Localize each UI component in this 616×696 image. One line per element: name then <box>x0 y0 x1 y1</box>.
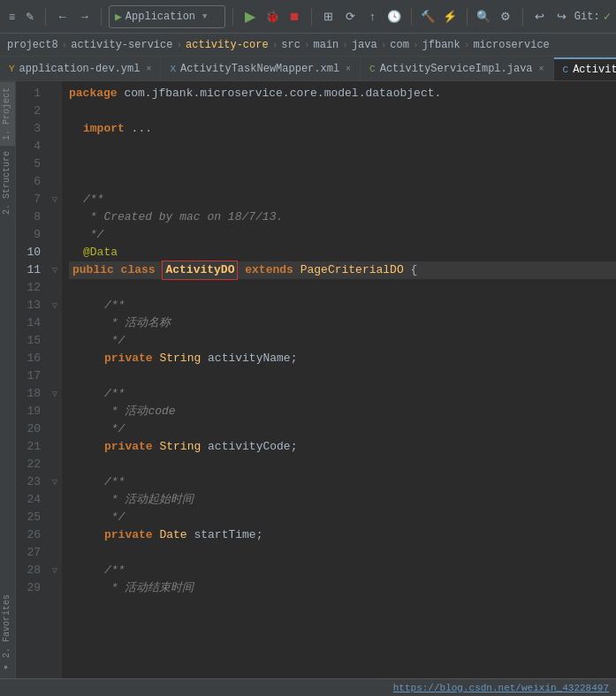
code-line-8: * Created by mac on 18/7/13. <box>69 208 616 226</box>
code-line-21: private String activityCode; <box>69 438 616 456</box>
back-btn[interactable]: ← <box>53 7 72 26</box>
breadcrumb-jfbank[interactable]: jfbank <box>422 39 460 51</box>
search-btn[interactable]: 🔍 <box>475 7 493 26</box>
fold-blank-29 <box>48 579 62 597</box>
fold-blank-9 <box>48 226 62 244</box>
redo-btn[interactable]: ↪ <box>552 7 571 26</box>
menu-file-btn[interactable]: ≡ <box>5 9 19 25</box>
xml-file-icon: X <box>170 64 176 74</box>
fold-blank-6 <box>48 173 62 191</box>
ln-22: 22 <box>16 456 41 473</box>
comment-cn-24: * 活动起始时间 <box>104 491 194 509</box>
ln-29: 29 <box>16 579 41 597</box>
breadcrumb-java[interactable]: java <box>352 39 377 51</box>
ln-10: 10 <box>16 244 41 261</box>
comment-25: */ <box>104 509 125 526</box>
tab-application-dev-yml[interactable]: Y application-dev.yml × <box>0 57 161 80</box>
kw-private-26: private <box>104 526 159 544</box>
breadcrumb-activity-core[interactable]: activity-core <box>186 39 269 51</box>
debug-button[interactable]: 🐞 <box>262 7 281 26</box>
forward-btn[interactable]: → <box>75 7 94 26</box>
ln-16: 16 <box>16 350 41 367</box>
tab-activity-task-mapper[interactable]: X ActivityTaskNewMapper.xml × <box>161 57 361 80</box>
tab-close-icon[interactable]: × <box>346 64 351 74</box>
history-btn[interactable]: 🕓 <box>385 7 404 26</box>
rebuild-btn[interactable]: ⚡ <box>441 7 460 26</box>
code-line-22 <box>69 456 616 473</box>
fold-comment-7[interactable]: ▽ <box>48 191 62 208</box>
update-btn[interactable]: ⟳ <box>341 7 360 26</box>
class-name-highlighted: ActivityDO <box>162 261 238 280</box>
tab-close-icon[interactable]: × <box>146 64 151 74</box>
ln-13: 13 <box>16 297 41 314</box>
breadcrumb-project[interactable]: project8 <box>7 39 58 51</box>
fold-blank-27 <box>48 544 62 562</box>
breadcrumb-main[interactable]: main <box>314 39 339 51</box>
fold-blank-14 <box>48 314 62 332</box>
comment-28: /** <box>104 562 125 579</box>
fold-comment-23[interactable]: ▽ <box>48 473 62 491</box>
stop-btn[interactable]: ⏹ <box>285 7 304 26</box>
run-button[interactable]: ▶ <box>240 7 259 26</box>
fold-blank-10 <box>48 244 62 261</box>
code-line-26: private Date startTime; <box>69 526 616 544</box>
breadcrumb-microservice[interactable]: microservice <box>473 39 549 51</box>
code-line-1: package com.jfbank.microservice.core.mod… <box>69 85 616 102</box>
fold-blank-19 <box>48 403 62 420</box>
kw-import: import <box>83 120 132 138</box>
fold-comment-28[interactable]: ▽ <box>48 562 62 579</box>
settings-btn[interactable]: ⚙ <box>497 7 515 26</box>
side-panel: 1. Project 2. Structure ★ 2. Favorites <box>0 81 16 678</box>
code-line-5 <box>69 155 616 173</box>
breadcrumb-activity-service[interactable]: activity-service <box>71 39 172 51</box>
fold-blank-24 <box>48 491 62 509</box>
java-file-icon-active: C <box>563 64 569 75</box>
breadcrumb-src[interactable]: src <box>281 39 300 51</box>
status-url[interactable]: https://blog.csdn.net/weixin_43228497 <box>393 683 609 693</box>
favorites-panel-label[interactable]: ★ 2. Favorites <box>0 589 15 678</box>
commit-btn[interactable]: ⊞ <box>319 7 338 26</box>
type-date-26: Date <box>159 526 194 544</box>
structure-panel-label[interactable]: 2. Structure <box>0 146 15 220</box>
undo-btn[interactable]: ↩ <box>530 7 549 26</box>
ln-12: 12 <box>16 279 41 297</box>
fold-class-11[interactable]: ▽ <box>48 261 62 279</box>
comment-23: /** <box>104 473 125 491</box>
fold-blank-3 <box>48 120 62 138</box>
project-panel-label[interactable]: 1. Project <box>0 81 15 146</box>
fold-comment-13[interactable]: ▽ <box>48 297 62 314</box>
fold-blank-22 <box>48 456 62 473</box>
ln-4: 4 <box>16 138 41 155</box>
push-btn[interactable]: ↑ <box>363 7 382 26</box>
code-line-27 <box>69 544 616 562</box>
annotation-data: @Data <box>83 244 118 261</box>
build-btn[interactable]: 🔨 <box>419 7 437 26</box>
app-dropdown[interactable]: ▶ Application ▼ <box>109 5 225 28</box>
fold-blank-17 <box>48 367 62 385</box>
ln-2: 2 <box>16 102 41 120</box>
breadcrumb-sep-3: › <box>272 40 278 50</box>
ln-24: 24 <box>16 491 41 509</box>
ln-20: 20 <box>16 420 41 438</box>
toolbar: ≡ ✎ ← → ▶ Application ▼ ▶ 🐞 ⏹ ⊞ ⟳ ↑ 🕓 🔨 … <box>0 0 616 34</box>
breadcrumb-sep-5: › <box>342 40 348 50</box>
tab-activity-service-impl[interactable]: C ActivityServiceImpl.java × <box>361 57 553 80</box>
code-line-6 <box>69 173 616 191</box>
tab-label: ActivityTaskNewMapper.xml <box>180 63 339 75</box>
breadcrumb-com[interactable]: com <box>390 39 409 51</box>
fold-blank-2 <box>48 102 62 120</box>
toolbar-separator <box>45 8 46 26</box>
tab-close-icon[interactable]: × <box>539 64 544 74</box>
comment-18: /** <box>104 385 125 403</box>
comment-15: */ <box>104 332 125 350</box>
code-line-3: import ... <box>69 120 616 138</box>
fold-comment-18[interactable]: ▽ <box>48 385 62 403</box>
app-dropdown-label: Application <box>125 11 195 23</box>
toolbar-separator-6 <box>467 8 468 26</box>
menu-edit-btn[interactable]: ✎ <box>22 9 38 25</box>
fold-blank-5 <box>48 155 62 173</box>
tab-activity-do[interactable]: C ActivityDO.java × <box>554 57 616 80</box>
kw-package: package <box>69 85 124 102</box>
main-layout: 1. Project 2. Structure ★ 2. Favorites 1… <box>0 81 616 678</box>
fold-blank-21 <box>48 438 62 456</box>
